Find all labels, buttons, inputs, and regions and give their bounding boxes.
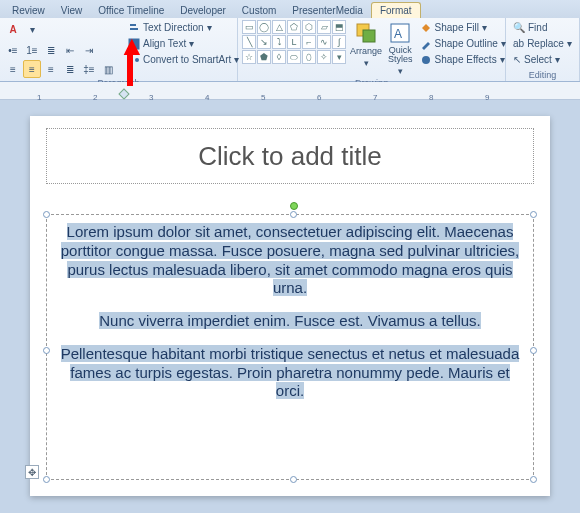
svg-rect-5 bbox=[363, 30, 375, 42]
group-editing: 🔍Find abReplace ▾ ↖Select ▾ Editing bbox=[506, 18, 580, 81]
select-button[interactable]: ↖Select ▾ bbox=[510, 52, 575, 67]
justify-button[interactable]: ≣ bbox=[61, 60, 79, 78]
align-text-label: Align Text bbox=[143, 38, 186, 49]
tab-view[interactable]: View bbox=[53, 3, 91, 18]
svg-point-3 bbox=[135, 58, 139, 62]
svg-rect-1 bbox=[131, 42, 137, 43]
horizontal-ruler[interactable]: 1 2 3 4 5 6 7 8 9 bbox=[0, 82, 580, 100]
group-paragraph: A ▾ •≡ 1≡ ≣ ⇤ ⇥ ≡ ≡ ≡ ≣ ‡≡ ▥ bbox=[0, 18, 238, 81]
align-center-button[interactable]: ≡ bbox=[23, 60, 41, 78]
tab-developer[interactable]: Developer bbox=[172, 3, 234, 18]
align-text-button[interactable]: Align Text ▾ bbox=[125, 36, 242, 51]
ribbon: A ▾ •≡ 1≡ ≣ ⇤ ⇥ ≡ ≡ ≡ ≣ ‡≡ ▥ bbox=[0, 18, 580, 82]
pen-icon bbox=[420, 38, 432, 50]
select-label: Select bbox=[524, 54, 552, 65]
text-direction-label: Text Direction bbox=[143, 22, 204, 33]
shape-outline-label: Shape Outline bbox=[435, 38, 498, 49]
move-grip-icon[interactable]: ✥ bbox=[25, 465, 39, 479]
tab-presentermedia[interactable]: PresenterMedia bbox=[284, 3, 371, 18]
quick-styles-label: Quick Styles bbox=[388, 46, 413, 64]
columns-button[interactable]: ▥ bbox=[99, 60, 117, 78]
multilevel-button[interactable]: ≣ bbox=[42, 41, 60, 59]
find-button[interactable]: 🔍Find bbox=[510, 20, 575, 35]
selection-handle[interactable] bbox=[290, 211, 297, 218]
bullets-button[interactable]: •≡ bbox=[4, 41, 22, 59]
selection-handle[interactable] bbox=[530, 211, 537, 218]
replace-label: Replace bbox=[527, 38, 564, 49]
shape-fill-button[interactable]: Shape Fill ▾ bbox=[417, 20, 509, 35]
arrange-button[interactable]: Arrange▾ bbox=[348, 20, 384, 70]
ribbon-tabs: Review View Office Timeline Developer Cu… bbox=[0, 0, 580, 18]
svg-point-8 bbox=[422, 56, 430, 64]
align-left-button[interactable]: ≡ bbox=[4, 60, 22, 78]
font-color-button[interactable]: A bbox=[4, 20, 22, 38]
increase-indent-button[interactable]: ⇥ bbox=[80, 41, 98, 59]
shape-effects-label: Shape Effects bbox=[435, 54, 497, 65]
replace-button[interactable]: abReplace ▾ bbox=[510, 36, 575, 51]
tab-custom[interactable]: Custom bbox=[234, 3, 284, 18]
decrease-indent-button[interactable]: ⇤ bbox=[61, 41, 79, 59]
cursor-icon: ↖ bbox=[513, 54, 521, 65]
selection-handle[interactable] bbox=[43, 211, 50, 218]
selection-handle[interactable] bbox=[290, 476, 297, 483]
tab-review[interactable]: Review bbox=[4, 3, 53, 18]
group-drawing: ▭◯△⬠⬡▱⬒ ╲↘⤵L⌐∿∫ ☆⬟◊⬭⬯✧▾ Arrange▾ A Quick… bbox=[238, 18, 506, 81]
annotation-arrow-stem bbox=[127, 48, 133, 86]
quick-styles-icon: A bbox=[389, 22, 411, 44]
numbering-button[interactable]: 1≡ bbox=[23, 41, 41, 59]
paragraph-text: Pellentesque habitant morbi tristique se… bbox=[61, 345, 520, 400]
shape-fill-label: Shape Fill bbox=[435, 22, 479, 33]
arrange-icon bbox=[355, 22, 377, 44]
dropdown-icon[interactable]: ▾ bbox=[23, 20, 41, 38]
shapes-gallery[interactable]: ▭◯△⬠⬡▱⬒ ╲↘⤵L⌐∿∫ ☆⬟◊⬭⬯✧▾ bbox=[242, 20, 346, 64]
shape-outline-button[interactable]: Shape Outline ▾ bbox=[417, 36, 509, 51]
svg-rect-0 bbox=[129, 39, 139, 49]
arrange-label: Arrange bbox=[350, 46, 382, 56]
selection-handle[interactable] bbox=[530, 476, 537, 483]
find-label: Find bbox=[528, 22, 547, 33]
paragraph-text: Nunc viverra imperdiet enim. Fusce est. … bbox=[99, 312, 481, 329]
selection-handle[interactable] bbox=[530, 347, 537, 354]
shape-effects-button[interactable]: Shape Effects ▾ bbox=[417, 52, 509, 67]
convert-smartart-button[interactable]: Convert to SmartArt ▾ bbox=[125, 52, 242, 67]
slide-workspace: Click to add title Lorem ipsum dolor sit… bbox=[0, 100, 580, 513]
selection-handle[interactable] bbox=[43, 476, 50, 483]
line-spacing-button[interactable]: ‡≡ bbox=[80, 60, 98, 78]
svg-text:A: A bbox=[394, 27, 402, 41]
effects-icon bbox=[420, 54, 432, 66]
slide: Click to add title Lorem ipsum dolor sit… bbox=[30, 116, 550, 496]
bucket-icon bbox=[420, 22, 432, 34]
quick-styles-button[interactable]: A Quick Styles▾ bbox=[386, 20, 415, 78]
title-placeholder[interactable]: Click to add title bbox=[46, 128, 534, 184]
tab-format[interactable]: Format bbox=[371, 2, 421, 18]
convert-smartart-label: Convert to SmartArt bbox=[143, 54, 231, 65]
paragraph-text: Lorem ipsum dolor sit amet, consectetuer… bbox=[61, 223, 520, 296]
align-right-button[interactable]: ≡ bbox=[42, 60, 60, 78]
rotation-handle[interactable] bbox=[290, 202, 298, 210]
tab-office-timeline[interactable]: Office Timeline bbox=[90, 3, 172, 18]
text-direction-button[interactable]: Text Direction ▾ bbox=[125, 20, 242, 35]
binoculars-icon: 🔍 bbox=[513, 22, 525, 33]
selection-handle[interactable] bbox=[43, 347, 50, 354]
body-placeholder[interactable]: Lorem ipsum dolor sit amet, consectetuer… bbox=[46, 214, 534, 480]
replace-icon: ab bbox=[513, 38, 524, 49]
group-label-editing: Editing bbox=[510, 70, 575, 81]
